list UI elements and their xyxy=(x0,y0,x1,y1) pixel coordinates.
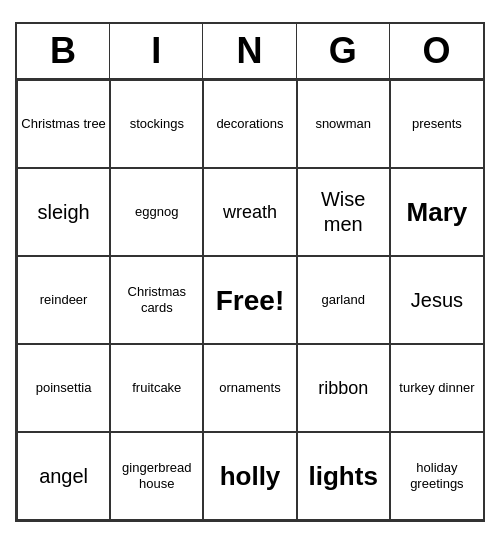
bingo-cell: snowman xyxy=(297,80,390,168)
bingo-cell: angel xyxy=(17,432,110,520)
bingo-cell: Jesus xyxy=(390,256,483,344)
bingo-header-letter: G xyxy=(297,24,390,78)
bingo-cell: ornaments xyxy=(203,344,296,432)
bingo-cell: ribbon xyxy=(297,344,390,432)
bingo-card: BINGO Christmas treestockingsdecorations… xyxy=(15,22,485,522)
bingo-cell: Wise men xyxy=(297,168,390,256)
bingo-cell: holiday greetings xyxy=(390,432,483,520)
bingo-cell: stockings xyxy=(110,80,203,168)
bingo-cell: turkey dinner xyxy=(390,344,483,432)
bingo-header-letter: N xyxy=(203,24,296,78)
bingo-cell: decorations xyxy=(203,80,296,168)
bingo-header: BINGO xyxy=(17,24,483,80)
bingo-cell: Free! xyxy=(203,256,296,344)
bingo-cell: presents xyxy=(390,80,483,168)
bingo-header-letter: I xyxy=(110,24,203,78)
bingo-cell: wreath xyxy=(203,168,296,256)
bingo-cell: eggnog xyxy=(110,168,203,256)
bingo-cell: fruitcake xyxy=(110,344,203,432)
bingo-cell: sleigh xyxy=(17,168,110,256)
bingo-header-letter: B xyxy=(17,24,110,78)
bingo-cell: Mary xyxy=(390,168,483,256)
bingo-cell: poinsettia xyxy=(17,344,110,432)
bingo-cell: lights xyxy=(297,432,390,520)
bingo-header-letter: O xyxy=(390,24,483,78)
bingo-grid: Christmas treestockingsdecorationssnowma… xyxy=(17,80,483,520)
bingo-cell: Christmas cards xyxy=(110,256,203,344)
bingo-cell: holly xyxy=(203,432,296,520)
bingo-cell: gingerbread house xyxy=(110,432,203,520)
bingo-cell: Christmas tree xyxy=(17,80,110,168)
bingo-cell: reindeer xyxy=(17,256,110,344)
bingo-cell: garland xyxy=(297,256,390,344)
